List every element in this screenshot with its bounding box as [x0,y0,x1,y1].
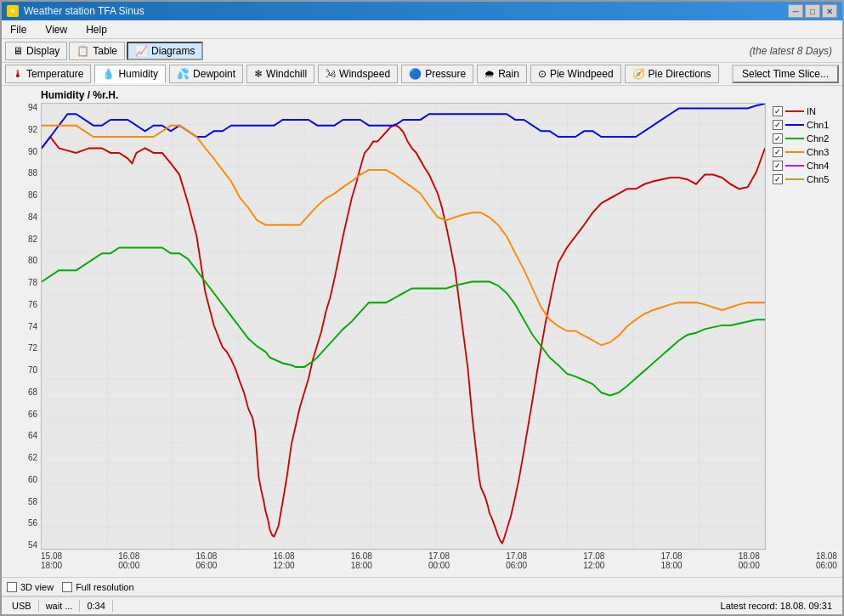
diagrams-icon: 📈 [135,45,148,57]
y-axis-label: 74 [28,322,37,331]
dewpoint-label: Dewpoint [193,68,235,80]
x-axis-tick: 18.0800:00 [739,551,760,574]
menu-file[interactable]: File [5,22,31,37]
table-button[interactable]: 📋 Table [69,42,125,60]
y-axis-label: 80 [28,256,37,265]
menu-bar: File View Help [2,20,842,39]
plot-area[interactable] [41,103,766,550]
pie-directions-icon: 🧭 [632,68,645,80]
legend-checkbox[interactable]: ✓ [773,106,783,116]
x-axis-time: 06:00 [506,561,527,570]
legend-item[interactable]: ✓Chn4 [773,161,834,171]
legend-item[interactable]: ✓IN [773,106,834,116]
windchill-button[interactable]: ❄ Windchill [246,65,314,83]
rain-icon: 🌧 [484,68,495,80]
humidity-button[interactable]: 💧 Humidity [94,65,166,83]
diagrams-button[interactable]: 📈 Diagrams [127,42,203,60]
dewpoint-button[interactable]: 💦 Dewpoint [169,65,243,83]
x-axis-time: 00:00 [118,561,139,570]
full-resolution-option[interactable]: Full resolution [62,582,133,592]
status-time: 0:34 [80,600,112,612]
display-button[interactable]: 🖥 Display [5,42,67,60]
y-axis-label: 90 [28,147,37,156]
y-axis-label: 84 [28,212,37,222]
window-title: Weather station TFA Sinus [24,5,144,17]
table-label: Table [93,45,117,57]
windspeed-button[interactable]: 🌬 Windspeed [318,65,398,83]
chart-legend: ✓IN✓Chn1✓Chn2✓Chn3✓Chn4✓Chn5 [769,103,837,550]
toolbar-main: 🖥 Display 📋 Table 📈 Diagrams (the latest… [2,39,842,63]
select-time-button[interactable]: Select Time Slice... [732,65,839,83]
bottom-bar: 3D view Full resolution [2,577,842,596]
3d-view-checkbox[interactable] [7,582,17,592]
rain-button[interactable]: 🌧 Rain [477,65,527,83]
status-bar: USB wait ... 0:34 Latest record: 18.08. … [2,596,842,614]
legend-label: IN [807,106,816,116]
x-axis-date: 18.08 [739,551,760,561]
title-bar-left: ☀ Weather station TFA Sinus [7,5,144,17]
temperature-button[interactable]: 🌡 Temperature [5,65,91,83]
y-axis-label: 86 [28,190,37,200]
windchill-icon: ❄ [254,68,263,80]
x-axis-tick: 16.0800:00 [118,551,139,574]
rain-label: Rain [498,68,519,80]
x-axis-time: 12:00 [583,561,604,570]
y-axis-label: 88 [28,168,37,178]
pressure-button[interactable]: 🔵 Pressure [401,65,473,83]
y-axis: 9492908886848280787674727068666462605856… [7,103,41,550]
legend-checkbox[interactable]: ✓ [773,147,783,157]
x-axis-tick: 17.0812:00 [583,551,604,574]
chart-svg [42,104,765,549]
y-axis-label: 64 [28,431,37,440]
maximize-button[interactable]: □ [805,4,820,18]
legend-item[interactable]: ✓Chn3 [773,147,834,157]
y-axis-label: 82 [28,235,37,244]
legend-line [785,110,804,112]
legend-checkbox[interactable]: ✓ [773,174,783,184]
legend-item[interactable]: ✓Chn5 [773,174,834,184]
pie-windpeed-button[interactable]: ⊙ Pie Windpeed [530,65,621,83]
status-text: wait ... [39,600,81,612]
main-window: ☀ Weather station TFA Sinus ─ □ ✕ File V… [0,0,844,616]
temperature-label: Temperature [26,68,83,80]
full-resolution-label: Full resolution [76,582,133,592]
x-axis-time: 18:00 [41,561,62,570]
pie-directions-button[interactable]: 🧭 Pie Directions [625,65,719,83]
latest-record: Latest record: 18.08. 09:31 [721,601,839,611]
legend-line [785,178,804,180]
chart-container: Humidity / %r.H. 94929088868482807876747… [2,86,842,577]
y-axis-label: 92 [28,125,37,134]
x-axis: 15.0818:0016.0800:0016.0806:0016.0812:00… [41,550,837,574]
y-axis-label: 72 [28,343,37,353]
chart-area: 9492908886848280787674727068666462605856… [7,103,837,550]
windspeed-icon: 🌬 [326,68,336,80]
days-label: (the latest 8 Days) [750,45,839,57]
minimize-button[interactable]: ─ [788,4,803,18]
app-icon: ☀ [7,5,19,17]
y-axis-label: 56 [28,518,37,528]
y-axis-label: 68 [28,387,37,397]
full-resolution-checkbox[interactable] [62,582,72,592]
menu-view[interactable]: View [40,22,72,37]
legend-item[interactable]: ✓Chn1 [773,120,834,130]
x-axis-date: 16.08 [351,551,372,561]
humidity-icon: 💧 [102,68,115,80]
menu-help[interactable]: Help [81,22,112,37]
x-axis-time: 00:00 [739,561,760,570]
x-axis-tick: 16.0806:00 [195,551,217,574]
legend-checkbox[interactable]: ✓ [773,161,783,171]
diagrams-label: Diagrams [151,45,195,57]
x-axis-date: 16.08 [274,551,295,561]
legend-label: Chn2 [807,133,829,144]
3d-view-option[interactable]: 3D view [7,582,54,592]
x-axis-date: 17.08 [583,551,604,561]
pie-directions-label: Pie Directions [649,68,711,80]
display-icon: 🖥 [13,45,23,57]
x-axis-tick: 17.0806:00 [506,551,527,574]
legend-item[interactable]: ✓Chn2 [773,133,834,144]
temperature-icon: 🌡 [13,68,23,80]
pressure-label: Pressure [425,68,466,80]
close-button[interactable]: ✕ [822,4,837,18]
legend-checkbox[interactable]: ✓ [773,133,783,144]
legend-checkbox[interactable]: ✓ [773,120,783,130]
